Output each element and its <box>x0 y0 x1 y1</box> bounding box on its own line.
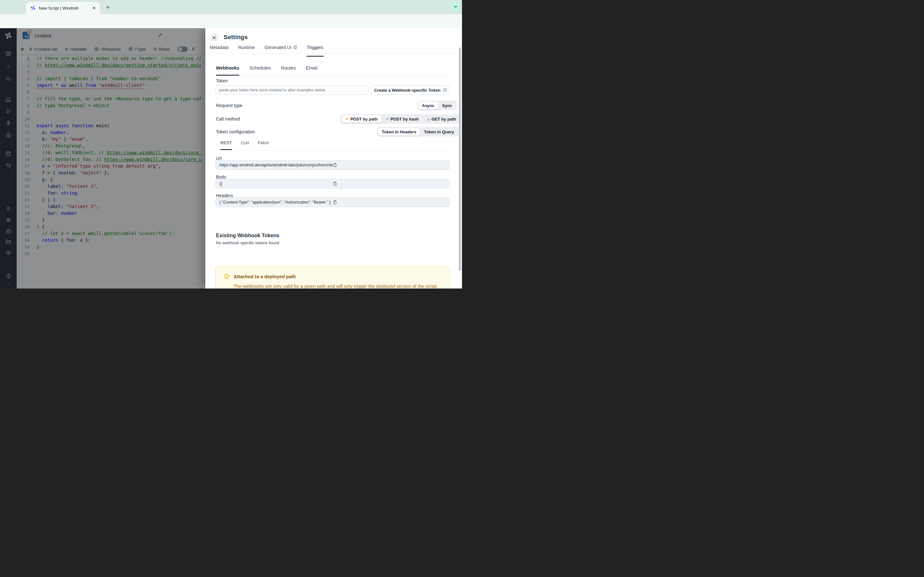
call-method-post-by-hash[interactable]: ↗POST by hash <box>381 115 423 123</box>
window-chevron-button[interactable] <box>451 2 460 11</box>
info-icon <box>293 45 297 49</box>
alert-title: Attached to a deployed path <box>234 274 296 279</box>
arrow-down-right-icon: ↘ <box>426 117 430 121</box>
call-method-segment: ↗POST by path ↗POST by hash ↘GET by path <box>341 114 461 124</box>
warning-icon <box>224 274 229 279</box>
info-icon <box>443 88 447 92</box>
browser-chrome: New Script | Windmill ✕ + ← → ↻ app.wind… <box>0 0 462 28</box>
drawer-scrollbar[interactable] <box>459 47 461 271</box>
tab-runtime[interactable]: Runtime <box>238 45 255 53</box>
create-webhook-token-button[interactable]: Create a Webhook-specific Token <box>372 85 450 95</box>
example-tabs: REST Curl Fetch <box>220 140 450 150</box>
call-method-post-by-path[interactable]: ↗POST by path <box>341 115 381 123</box>
token-in-query[interactable]: Token in Query <box>420 128 458 135</box>
headers-field[interactable]: { "Content-Type": "application/json", "A… <box>215 197 450 207</box>
tab-close-icon[interactable]: ✕ <box>91 5 97 11</box>
tab-metadata[interactable]: Metadata <box>210 45 228 53</box>
browser-toolbar: ← → ↻ app.windmill.dev/scripts/add#JTdCJ… <box>0 14 462 28</box>
url-field[interactable]: https://app.windmill.dev/api/w/windmill-… <box>215 160 450 170</box>
arrow-up-right-icon: ↗ <box>385 117 389 121</box>
call-method-label: Call method <box>216 116 240 121</box>
tab-generated-ui[interactable]: Generated UI <box>265 45 297 53</box>
body-field[interactable]: {} <box>215 179 450 189</box>
tab-email[interactable]: Email <box>306 65 317 76</box>
copy-icon[interactable] <box>333 200 446 205</box>
tab-strip: New Script | Windmill ✕ + <box>0 0 462 14</box>
tab-schedules[interactable]: Schedules <box>249 65 271 76</box>
settings-drawer: ✕ Settings Metadata Runtime Generated UI… <box>205 28 462 288</box>
token-config-label: Token configuration <box>216 129 255 134</box>
existing-tokens-title: Existing Webhook Tokens <box>216 233 279 239</box>
trigger-tabs: Webhooks Schedules Routes Email <box>216 65 450 76</box>
existing-tokens-empty: No webhook specific tokens found <box>216 240 279 245</box>
request-type-sync[interactable]: Sync <box>438 102 456 109</box>
call-method-get-by-path[interactable]: ↘GET by path <box>423 115 460 123</box>
tab-webhooks[interactable]: Webhooks <box>216 65 239 76</box>
deployed-path-alert: Attached to a deployed path The webhooks… <box>215 267 450 288</box>
app-content: ☆ $ ⚙ <box>0 28 462 288</box>
browser-tab[interactable]: New Script | Windmill ✕ <box>26 2 100 14</box>
alert-body: The webhooks are only valid for a given … <box>234 284 438 288</box>
tab-title: New Script | Windmill <box>39 6 91 11</box>
drawer-title: Settings <box>224 34 248 41</box>
token-input[interactable]: paste your token here once created to al… <box>215 85 368 95</box>
token-config-segment: Token in Headers Token in Query <box>377 127 459 137</box>
copy-icon[interactable] <box>333 181 446 186</box>
token-label: Token <box>216 78 228 83</box>
tab-routes[interactable]: Routes <box>281 65 296 76</box>
close-icon[interactable]: ✕ <box>210 33 218 42</box>
token-in-headers[interactable]: Token in Headers <box>378 128 420 135</box>
request-type-async[interactable]: Async <box>418 102 438 109</box>
chevron-down-icon <box>453 5 458 9</box>
tab-rest[interactable]: REST <box>220 140 232 150</box>
windmill-favicon <box>31 5 36 11</box>
browser-window: New Script | Windmill ✕ + ← → ↻ app.wind… <box>0 0 462 288</box>
copy-icon[interactable] <box>333 163 446 167</box>
settings-tabs: Metadata Runtime Generated UI Triggers <box>205 45 462 54</box>
request-type-label: Request type <box>216 103 242 108</box>
request-type-segment: Async Sync <box>417 101 457 110</box>
tab-triggers[interactable]: Triggers <box>307 45 323 53</box>
arrow-up-right-icon: ↗ <box>345 117 349 121</box>
tab-curl[interactable]: Curl <box>241 140 249 150</box>
tab-fetch[interactable]: Fetch <box>258 140 269 150</box>
new-tab-button[interactable]: + <box>104 3 111 11</box>
